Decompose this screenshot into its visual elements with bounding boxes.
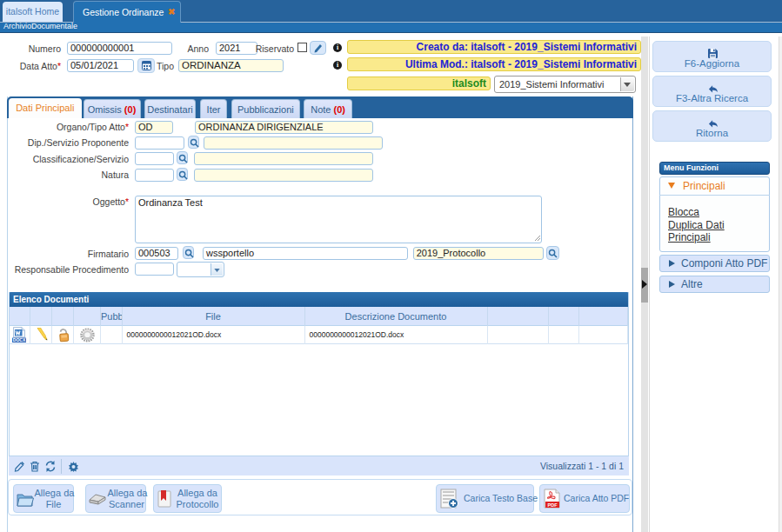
svg-text:PDF: PDF [548, 502, 558, 508]
